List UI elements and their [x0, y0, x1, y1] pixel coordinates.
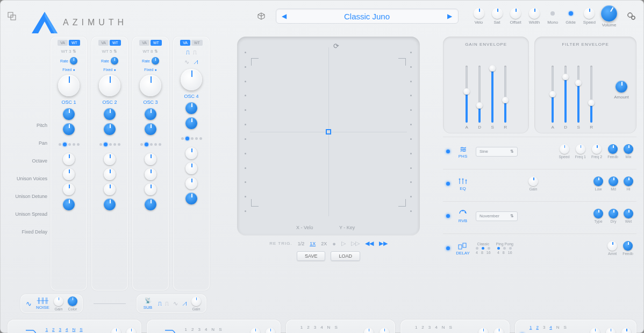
tab-wt[interactable]: WT — [110, 40, 121, 46]
env-slider-a[interactable]: A — [549, 66, 556, 130]
env-slider-a[interactable]: A — [463, 66, 470, 130]
freq-knob[interactable]: Freq — [251, 328, 260, 334]
osc-level-knob[interactable] — [140, 75, 161, 96]
play-icon[interactable]: ▷ — [341, 240, 346, 247]
gainlfo-routing[interactable]: 1234NS — [300, 325, 338, 330]
env-slider-s[interactable]: S — [489, 66, 496, 130]
octave-select[interactable] — [99, 138, 120, 150]
gear-icon[interactable] — [627, 11, 636, 21]
fixed-delay-knob[interactable] — [145, 199, 156, 210]
env-slider-d[interactable]: D — [476, 66, 483, 130]
unison-voices-knob[interactable] — [185, 147, 197, 159]
pan-knob[interactable] — [145, 123, 156, 135]
speed-half[interactable]: 1/2 — [298, 241, 305, 246]
osc-level-knob[interactable] — [58, 75, 80, 96]
pitch-knob[interactable] — [63, 108, 75, 120]
hi-knob[interactable]: Hi — [624, 176, 633, 191]
header-width-knob[interactable]: Width — [529, 8, 540, 25]
save-button[interactable]: SAVE — [297, 251, 325, 261]
pan-knob[interactable] — [63, 123, 75, 135]
wet-knob[interactable]: Wet — [624, 209, 633, 223]
ffwd-icon[interactable]: ▶▶ — [379, 240, 388, 247]
phs-wave-select[interactable]: Sine⇅ — [476, 147, 518, 157]
rate-knob[interactable] — [152, 57, 159, 65]
octave-select[interactable] — [59, 138, 80, 150]
delay-led[interactable] — [446, 246, 450, 250]
pitchlfo-routing[interactable]: 1234NS — [529, 325, 567, 330]
eq-led[interactable] — [446, 182, 450, 186]
pitch-knob[interactable] — [145, 108, 156, 120]
volume-knob[interactable]: Volume — [601, 5, 617, 27]
tab-va[interactable]: VA — [58, 40, 68, 46]
load-button[interactable]: LOAD — [331, 251, 360, 261]
rate-knob[interactable] — [111, 57, 118, 65]
osc4-waves[interactable]: ⎍⎍ — [186, 49, 197, 55]
wavetable-select[interactable]: WT 8 ⇅ — [143, 49, 159, 54]
tab-va[interactable]: VA — [139, 40, 149, 46]
xy-pad[interactable]: ⟳ X - Velo Y - Key — [237, 37, 420, 236]
filterlfo-routing[interactable]: 1234NS — [415, 325, 452, 330]
tab-wt[interactable]: WT — [69, 40, 80, 46]
preset-next-icon[interactable]: ▶ — [447, 12, 452, 20]
tab-wt[interactable]: WT — [191, 40, 203, 46]
rvb-led[interactable] — [446, 214, 450, 218]
speed-knob[interactable]: Speed — [493, 328, 504, 334]
volume-dial[interactable] — [601, 5, 617, 22]
filter2-routing[interactable]: 1234NS — [185, 327, 225, 332]
sub-wave-select[interactable]: ⎍⎍ — [158, 300, 169, 307]
gain-knob[interactable]: Gain — [590, 328, 600, 334]
filter1-routing[interactable]: 1234NS — [46, 327, 85, 332]
amnt-knob[interactable]: Amnt — [607, 241, 617, 256]
freq-2-knob[interactable]: Freq 2 — [591, 144, 602, 159]
preset-prev-icon[interactable]: ◀ — [282, 12, 287, 20]
preset-selector[interactable]: ◀ Classic Juno ▶ — [276, 9, 459, 24]
pan-knob[interactable] — [104, 123, 116, 135]
tab-va[interactable]: VA — [98, 40, 109, 46]
gain-knob[interactable]: Gain — [478, 328, 488, 334]
osc4-waves2[interactable]: ∿⩘ — [184, 59, 198, 66]
env-slider-d[interactable]: D — [562, 66, 569, 130]
env-slider-r[interactable]: R — [502, 66, 509, 130]
unison-spread-knob[interactable] — [145, 183, 156, 195]
rate-knob[interactable] — [70, 57, 77, 65]
unison-spread-knob[interactable] — [63, 183, 75, 195]
osc-tabs[interactable]: VAWT — [58, 40, 80, 46]
header-mono-knob[interactable]: Mono — [547, 8, 558, 25]
osc-tabs[interactable]: VAWT — [98, 40, 121, 46]
feedb-knob[interactable]: Feedb — [622, 241, 633, 256]
freq-1-knob[interactable]: Freq 1 — [575, 144, 586, 159]
amount-knob[interactable] — [616, 81, 627, 93]
eq-gain-knob[interactable]: Gain — [528, 176, 538, 191]
unison-spread-knob[interactable] — [104, 183, 116, 195]
mix-knob[interactable]: Mix — [624, 144, 633, 159]
wavetable-select[interactable]: WT 5 ⇅ — [102, 49, 118, 54]
osc-tabs[interactable]: VAWT — [180, 40, 203, 46]
tab-va[interactable]: VA — [180, 40, 190, 46]
xy-cursor[interactable] — [326, 129, 331, 134]
unison-detune-knob[interactable] — [145, 168, 156, 180]
fixed-delay-knob[interactable] — [63, 199, 75, 210]
unison-voices-knob[interactable] — [145, 153, 156, 165]
sub-gain[interactable]: Gain — [191, 296, 201, 311]
feedb-knob[interactable]: Feedb — [607, 144, 618, 159]
header-speed-knob[interactable]: Speed — [583, 8, 596, 25]
pitch-knob[interactable] — [185, 102, 197, 114]
speed-2x[interactable]: 2X — [321, 241, 327, 246]
unison-spread-knob[interactable] — [185, 178, 197, 189]
env-slider-s[interactable]: S — [575, 66, 582, 130]
fade-knob[interactable]: Fade — [621, 328, 631, 334]
q-knob[interactable]: Q — [126, 328, 136, 334]
record-icon[interactable]: ● — [332, 240, 336, 247]
octave-select[interactable] — [181, 132, 202, 144]
header-offset-knob[interactable]: Offset — [510, 8, 521, 25]
unison-detune-knob[interactable] — [185, 162, 197, 174]
sub-wave-select2[interactable]: ∿⩘ — [173, 300, 187, 307]
delay-pingpong[interactable]: Ping Pong 4816 — [496, 242, 513, 254]
speed-1x[interactable]: 1X — [310, 241, 316, 246]
unison-voices-knob[interactable] — [63, 153, 75, 165]
octave-select[interactable] — [140, 138, 161, 150]
tab-wt[interactable]: WT — [151, 40, 162, 46]
freq-knob[interactable]: Freq — [111, 328, 121, 334]
type-knob[interactable]: Type — [593, 209, 603, 223]
q-knob[interactable]: Q — [266, 328, 275, 334]
